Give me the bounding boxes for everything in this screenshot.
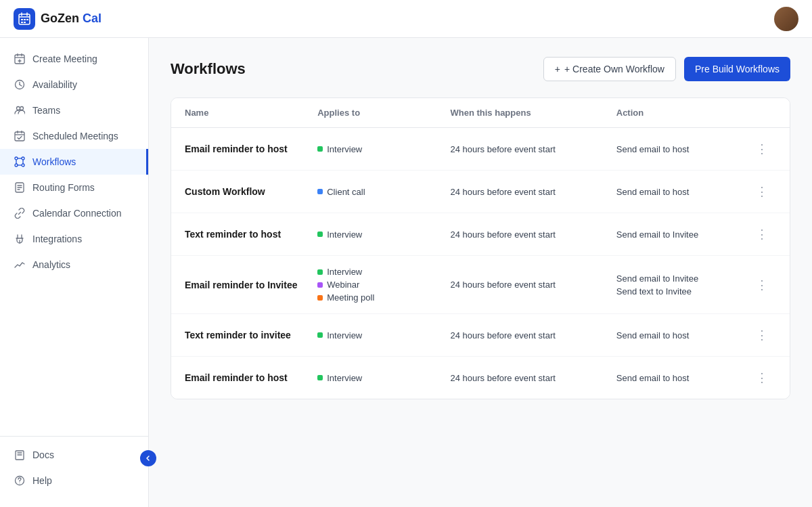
calendar-plus-icon bbox=[14, 53, 26, 65]
sidebar-collapse-button[interactable] bbox=[140, 450, 156, 466]
sidebar-label-scheduled-meetings: Scheduled Meetings bbox=[32, 131, 118, 141]
row-applies-to: Interview bbox=[317, 229, 450, 240]
tag-label: Interview bbox=[327, 330, 362, 340]
sidebar-label-integrations: Integrations bbox=[32, 234, 82, 244]
row-applies-to: Interview bbox=[317, 144, 450, 154]
row-when: 24 hours before event start bbox=[450, 187, 616, 197]
col-header-when: When this happens bbox=[450, 108, 616, 118]
row-when: 24 hours before event start bbox=[450, 144, 616, 154]
tag-dot bbox=[317, 375, 323, 380]
sidebar-item-help[interactable]: Help bbox=[0, 468, 148, 493]
workflows-table: Name Applies to When this happens Action… bbox=[171, 97, 790, 399]
svg-point-19 bbox=[20, 107, 24, 110]
row-when: 24 hours before event start bbox=[450, 280, 616, 290]
row-menu-button[interactable]: ⋮ bbox=[749, 325, 776, 345]
header-actions: + + Create Own Workflow Pre Build Workfl… bbox=[543, 57, 790, 81]
row-when: 24 hours before event start bbox=[450, 373, 616, 383]
action-text: Send email to host bbox=[616, 330, 749, 340]
tag-label: Meeting poll bbox=[327, 292, 374, 303]
table-row: Email reminder to InviteeInterviewWebina… bbox=[171, 256, 790, 314]
content-header: Workflows + + Create Own Workflow Pre Bu… bbox=[171, 57, 790, 81]
users-icon bbox=[14, 104, 26, 116]
sidebar-label-create-meeting: Create Meeting bbox=[32, 53, 97, 64]
tag-dot bbox=[317, 189, 323, 194]
tag-label: Client call bbox=[327, 187, 365, 197]
sidebar-item-integrations[interactable]: Integrations bbox=[0, 226, 148, 252]
pre-build-workflows-label: Pre Build Workflows bbox=[695, 64, 780, 74]
row-when: 24 hours before event start bbox=[450, 330, 616, 340]
row-name: Email reminder to Invitee bbox=[185, 280, 317, 290]
svg-point-24 bbox=[15, 157, 18, 160]
col-header-menu bbox=[749, 108, 776, 118]
sidebar-item-create-meeting[interactable]: Create Meeting bbox=[0, 46, 148, 72]
row-action: Send email to host bbox=[616, 187, 749, 197]
tag-dot bbox=[317, 282, 323, 288]
row-menu-button[interactable]: ⋮ bbox=[749, 275, 776, 295]
table-header: Name Applies to When this happens Action bbox=[171, 98, 790, 128]
row-action: Send email to host bbox=[616, 373, 749, 383]
plus-icon: + bbox=[555, 64, 560, 74]
create-own-workflow-button[interactable]: + + Create Own Workflow bbox=[543, 57, 676, 81]
row-name: Custom Workflow bbox=[185, 186, 317, 197]
sidebar-item-calendar-connection[interactable]: Calendar Connection bbox=[0, 200, 148, 226]
tag-label: Interview bbox=[327, 267, 362, 277]
table-row: Text reminder to inviteeInterview24 hour… bbox=[171, 314, 790, 357]
sidebar-label-analytics: Analytics bbox=[32, 259, 70, 270]
page-title: Workflows bbox=[171, 60, 246, 78]
tag-label: Interview bbox=[327, 373, 362, 383]
row-name: Email reminder to host bbox=[185, 372, 317, 383]
sidebar-item-docs[interactable]: Docs bbox=[0, 442, 148, 468]
row-name: Text reminder to invitee bbox=[185, 330, 317, 340]
table-row: Email reminder to hostInterview24 hours … bbox=[171, 128, 790, 171]
tag-label: Interview bbox=[327, 144, 362, 154]
table-body: Email reminder to hostInterview24 hours … bbox=[171, 128, 790, 399]
tag-item: Interview bbox=[317, 144, 450, 154]
svg-point-27 bbox=[22, 164, 24, 167]
tag-label: Interview bbox=[327, 229, 362, 240]
app-header: GoZen Cal bbox=[0, 0, 812, 38]
pre-build-workflows-button[interactable]: Pre Build Workflows bbox=[684, 57, 790, 81]
sidebar-item-workflows[interactable]: Workflows bbox=[0, 149, 148, 175]
sidebar-label-teams: Teams bbox=[32, 105, 60, 116]
row-action: Send email to host bbox=[616, 144, 749, 154]
tag-dot bbox=[317, 295, 323, 301]
sidebar-label-calendar-connection: Calendar Connection bbox=[32, 208, 122, 219]
action-text: Send email to host bbox=[616, 144, 749, 154]
svg-rect-4 bbox=[21, 19, 23, 20]
row-applies-to: Interview bbox=[317, 373, 450, 383]
sidebar-item-routing-forms[interactable]: Routing Forms bbox=[0, 175, 148, 200]
svg-rect-7 bbox=[21, 22, 23, 23]
row-menu-button[interactable]: ⋮ bbox=[749, 368, 776, 388]
sidebar-item-teams[interactable]: Teams bbox=[0, 97, 148, 123]
main-content: Workflows + + Create Own Workflow Pre Bu… bbox=[149, 38, 812, 507]
create-own-workflow-label: + Create Own Workflow bbox=[564, 64, 664, 74]
table-row: Email reminder to hostInterview24 hours … bbox=[171, 357, 790, 399]
tag-item: Client call bbox=[317, 187, 450, 197]
tag-item: Interview bbox=[317, 267, 450, 277]
logo-icon bbox=[14, 8, 35, 30]
avatar[interactable] bbox=[774, 7, 798, 31]
col-header-action: Action bbox=[616, 108, 749, 118]
sidebar-item-availability[interactable]: Availability bbox=[0, 72, 148, 97]
sidebar-item-analytics[interactable]: Analytics bbox=[0, 252, 148, 278]
tag-dot bbox=[317, 332, 323, 338]
action-text: Send text to Invitee bbox=[616, 286, 749, 296]
row-menu-button[interactable]: ⋮ bbox=[749, 139, 776, 159]
sidebar-label-workflows: Workflows bbox=[32, 156, 76, 167]
sidebar-label-help: Help bbox=[32, 475, 52, 486]
svg-point-43 bbox=[19, 483, 20, 483]
book-icon bbox=[14, 449, 26, 461]
tag-label: Webinar bbox=[327, 280, 359, 290]
calendar-check-icon bbox=[14, 130, 26, 142]
col-header-applies-to: Applies to bbox=[317, 108, 450, 118]
svg-point-25 bbox=[22, 157, 24, 160]
sidebar-item-scheduled-meetings[interactable]: Scheduled Meetings bbox=[0, 123, 148, 149]
tag-item: Interview bbox=[317, 330, 450, 340]
sidebar-label-availability: Availability bbox=[32, 79, 77, 90]
row-menu-button[interactable]: ⋮ bbox=[749, 181, 776, 202]
row-action: Send email to Invitee bbox=[616, 229, 749, 240]
svg-rect-5 bbox=[24, 19, 26, 20]
svg-line-17 bbox=[20, 85, 22, 86]
row-menu-button[interactable]: ⋮ bbox=[749, 224, 776, 244]
chart-icon bbox=[14, 259, 26, 271]
